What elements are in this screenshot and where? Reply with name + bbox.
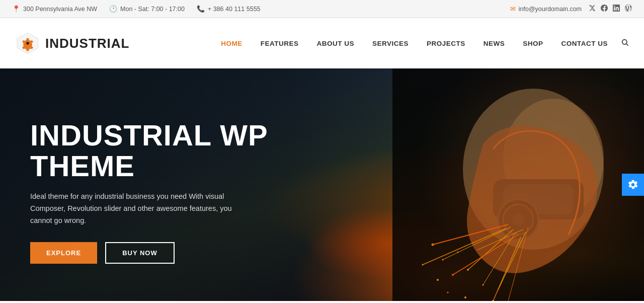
svg-point-31 xyxy=(437,279,439,281)
logo[interactable]: INDUSTRIAL xyxy=(15,31,129,56)
svg-point-24 xyxy=(452,274,454,276)
social-icons xyxy=(589,5,632,13)
twitter-icon[interactable] xyxy=(589,5,596,13)
phone-icon: 📞 xyxy=(197,5,205,13)
hero-content: INDUSTRIAL WP THEME Ideal theme for any … xyxy=(30,120,357,264)
logo-icon xyxy=(15,31,40,56)
main-nav: HOME FEATURES ABOUT US SERVICES PROJECTS… xyxy=(212,38,629,48)
nav-news[interactable]: NEWS xyxy=(474,40,514,47)
logo-text: INDUSTRIAL xyxy=(45,36,129,51)
nav-contact[interactable]: CONTACT US xyxy=(552,40,617,47)
hero-section: INDUSTRIAL WP THEME Ideal theme for any … xyxy=(0,68,644,301)
svg-point-33 xyxy=(464,296,466,298)
nav-services[interactable]: SERVICES xyxy=(363,40,418,47)
svg-line-3 xyxy=(626,44,628,46)
nav-projects[interactable]: PROJECTS xyxy=(418,40,474,47)
email-item: ✉ info@yourdomain.com xyxy=(510,5,582,13)
svg-point-23 xyxy=(482,284,484,286)
svg-point-29 xyxy=(477,249,478,250)
linkedin-icon[interactable] xyxy=(613,5,620,13)
hours-item: 🕐 Mon - Sat: 7:00 - 17:00 xyxy=(109,5,185,13)
explore-button[interactable]: EXPLORE xyxy=(30,242,97,264)
topbar-right: ✉ info@yourdomain.com xyxy=(510,5,632,13)
svg-point-26 xyxy=(432,244,434,246)
topbar: 📍 300 Pennsylvania Ave NW 🕐 Mon - Sat: 7… xyxy=(0,0,644,18)
header: INDUSTRIAL HOME FEATURES ABOUT US SERVIC… xyxy=(0,18,644,68)
svg-point-22 xyxy=(467,269,469,271)
hero-subtitle: Ideal theme for any industrial business … xyxy=(30,191,247,227)
svg-point-1 xyxy=(26,42,29,45)
email-icon: ✉ xyxy=(510,5,516,13)
topbar-left: 📍 300 Pennsylvania Ave NW 🕐 Mon - Sat: 7… xyxy=(12,5,261,13)
search-icon[interactable] xyxy=(621,38,629,48)
facebook-icon[interactable] xyxy=(601,5,608,13)
svg-point-32 xyxy=(447,292,449,293)
wordpress-icon[interactable] xyxy=(625,5,632,13)
settings-button[interactable] xyxy=(622,174,644,196)
nav-features[interactable]: FEATURES xyxy=(252,40,308,47)
nav-home[interactable]: HOME xyxy=(212,40,252,47)
phone-text: + 386 40 111 5555 xyxy=(208,6,261,13)
hero-buttons: EXPLORE BUY NOW xyxy=(30,242,357,264)
address-item: 📍 300 Pennsylvania Ave NW xyxy=(12,5,97,13)
location-icon: 📍 xyxy=(12,5,20,13)
buy-now-button[interactable]: BUY NOW xyxy=(105,242,175,264)
nav-shop[interactable]: SHOP xyxy=(514,40,552,47)
clock-icon: 🕐 xyxy=(109,5,117,13)
svg-point-30 xyxy=(457,252,459,253)
svg-point-27 xyxy=(422,264,424,266)
nav-about[interactable]: ABOUT US xyxy=(307,40,363,47)
svg-point-2 xyxy=(622,40,627,44)
address-text: 300 Pennsylvania Ave NW xyxy=(23,6,97,13)
email-text: info@yourdomain.com xyxy=(519,6,582,13)
svg-point-25 xyxy=(442,259,444,261)
gear-icon xyxy=(627,179,638,190)
hero-title: INDUSTRIAL WP THEME xyxy=(30,120,357,182)
hero-worker-area xyxy=(392,68,644,301)
hours-text: Mon - Sat: 7:00 - 17:00 xyxy=(120,6,185,13)
phone-item: 📞 + 386 40 111 5555 xyxy=(197,5,261,13)
